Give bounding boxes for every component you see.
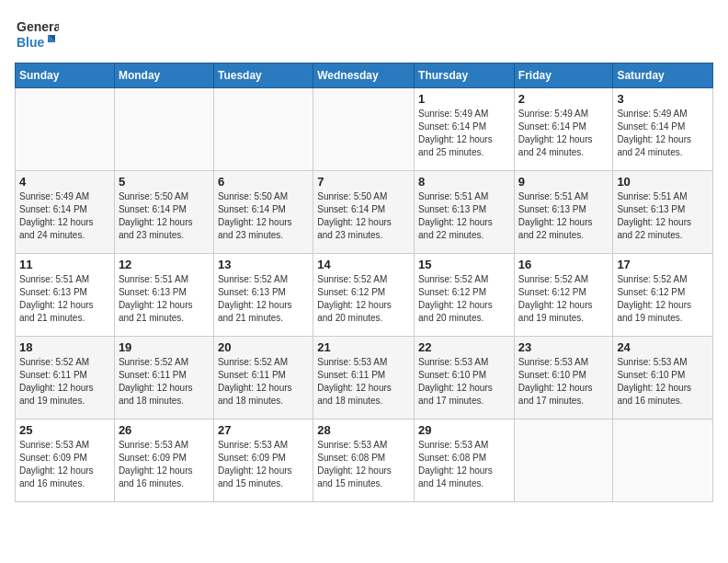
calendar-cell: 8Sunrise: 5:51 AM Sunset: 6:13 PM Daylig… — [415, 171, 515, 254]
day-info: Sunrise: 5:53 AM Sunset: 6:10 PM Dayligh… — [418, 356, 510, 408]
calendar-cell: 14Sunrise: 5:52 AM Sunset: 6:12 PM Dayli… — [313, 254, 415, 337]
day-number: 1 — [418, 92, 510, 106]
day-info: Sunrise: 5:52 AM Sunset: 6:12 PM Dayligh… — [317, 273, 410, 325]
svg-text:Blue: Blue — [17, 35, 45, 50]
day-number: 2 — [518, 92, 609, 106]
calendar-cell — [514, 419, 613, 502]
day-info: Sunrise: 5:51 AM Sunset: 6:13 PM Dayligh… — [19, 273, 110, 325]
weekday-header-sunday: Sunday — [16, 63, 115, 88]
calendar-cell: 25Sunrise: 5:53 AM Sunset: 6:09 PM Dayli… — [16, 419, 115, 502]
calendar-cell: 9Sunrise: 5:51 AM Sunset: 6:13 PM Daylig… — [514, 171, 613, 254]
calendar-cell: 11Sunrise: 5:51 AM Sunset: 6:13 PM Dayli… — [16, 254, 115, 337]
calendar-table: SundayMondayTuesdayWednesdayThursdayFrid… — [15, 63, 713, 502]
weekday-header-thursday: Thursday — [415, 63, 515, 88]
calendar-cell: 26Sunrise: 5:53 AM Sunset: 6:09 PM Dayli… — [114, 419, 213, 502]
calendar-cell: 2Sunrise: 5:49 AM Sunset: 6:14 PM Daylig… — [514, 88, 613, 171]
day-number: 23 — [518, 340, 609, 354]
day-info: Sunrise: 5:52 AM Sunset: 6:11 PM Dayligh… — [119, 356, 210, 408]
calendar-cell — [313, 88, 415, 171]
calendar-cell: 23Sunrise: 5:53 AM Sunset: 6:10 PM Dayli… — [514, 337, 613, 419]
day-info: Sunrise: 5:51 AM Sunset: 6:13 PM Dayligh… — [119, 273, 210, 325]
day-number: 15 — [418, 258, 510, 271]
day-number: 24 — [617, 340, 709, 354]
calendar-cell: 15Sunrise: 5:52 AM Sunset: 6:12 PM Dayli… — [415, 254, 515, 337]
page-header: GeneralBlue — [15, 15, 713, 55]
calendar-cell: 6Sunrise: 5:50 AM Sunset: 6:14 PM Daylig… — [213, 171, 313, 254]
day-info: Sunrise: 5:50 AM Sunset: 6:14 PM Dayligh… — [119, 190, 210, 242]
day-info: Sunrise: 5:53 AM Sunset: 6:09 PM Dayligh… — [119, 439, 210, 490]
day-info: Sunrise: 5:53 AM Sunset: 6:10 PM Dayligh… — [617, 356, 709, 408]
weekday-header-monday: Monday — [114, 63, 213, 88]
day-number: 13 — [218, 258, 309, 271]
day-number: 9 — [518, 175, 609, 189]
day-info: Sunrise: 5:50 AM Sunset: 6:14 PM Dayligh… — [218, 190, 309, 242]
day-number: 3 — [617, 92, 709, 106]
calendar-cell: 19Sunrise: 5:52 AM Sunset: 6:11 PM Dayli… — [114, 337, 213, 419]
day-info: Sunrise: 5:51 AM Sunset: 6:13 PM Dayligh… — [617, 190, 709, 242]
weekday-header-saturday: Saturday — [613, 63, 713, 88]
calendar-week-5: 25Sunrise: 5:53 AM Sunset: 6:09 PM Dayli… — [16, 419, 713, 502]
day-info: Sunrise: 5:52 AM Sunset: 6:11 PM Dayligh… — [218, 356, 309, 408]
day-info: Sunrise: 5:53 AM Sunset: 6:08 PM Dayligh… — [418, 439, 510, 490]
day-number: 10 — [617, 175, 709, 189]
day-number: 25 — [19, 423, 110, 437]
day-number: 17 — [617, 258, 709, 271]
day-number: 14 — [317, 258, 410, 271]
day-number: 22 — [418, 340, 510, 354]
calendar-cell: 12Sunrise: 5:51 AM Sunset: 6:13 PM Dayli… — [114, 254, 213, 337]
calendar-cell — [613, 419, 713, 502]
day-info: Sunrise: 5:52 AM Sunset: 6:12 PM Dayligh… — [418, 273, 510, 325]
day-number: 28 — [317, 423, 410, 437]
day-number: 12 — [119, 258, 210, 271]
calendar-cell: 28Sunrise: 5:53 AM Sunset: 6:08 PM Dayli… — [313, 419, 415, 502]
day-info: Sunrise: 5:52 AM Sunset: 6:13 PM Dayligh… — [218, 273, 309, 325]
day-number: 16 — [518, 258, 609, 271]
day-number: 7 — [317, 175, 410, 189]
calendar-cell: 21Sunrise: 5:53 AM Sunset: 6:11 PM Dayli… — [313, 337, 415, 419]
day-info: Sunrise: 5:49 AM Sunset: 6:14 PM Dayligh… — [19, 190, 110, 242]
calendar-cell: 3Sunrise: 5:49 AM Sunset: 6:14 PM Daylig… — [613, 88, 713, 171]
calendar-cell: 18Sunrise: 5:52 AM Sunset: 6:11 PM Dayli… — [16, 337, 115, 419]
calendar-week-1: 1Sunrise: 5:49 AM Sunset: 6:14 PM Daylig… — [16, 88, 713, 171]
calendar-week-4: 18Sunrise: 5:52 AM Sunset: 6:11 PM Dayli… — [16, 337, 713, 419]
calendar-cell: 13Sunrise: 5:52 AM Sunset: 6:13 PM Dayli… — [213, 254, 313, 337]
calendar-cell: 22Sunrise: 5:53 AM Sunset: 6:10 PM Dayli… — [415, 337, 515, 419]
calendar-week-3: 11Sunrise: 5:51 AM Sunset: 6:13 PM Dayli… — [16, 254, 713, 337]
day-info: Sunrise: 5:49 AM Sunset: 6:14 PM Dayligh… — [418, 108, 510, 159]
calendar-cell: 5Sunrise: 5:50 AM Sunset: 6:14 PM Daylig… — [114, 171, 213, 254]
weekday-header-friday: Friday — [514, 63, 613, 88]
day-number: 6 — [218, 175, 309, 189]
day-number: 29 — [418, 423, 510, 437]
day-info: Sunrise: 5:52 AM Sunset: 6:12 PM Dayligh… — [617, 273, 709, 325]
calendar-cell — [213, 88, 313, 171]
calendar-cell: 16Sunrise: 5:52 AM Sunset: 6:12 PM Dayli… — [514, 254, 613, 337]
weekday-header-row: SundayMondayTuesdayWednesdayThursdayFrid… — [16, 63, 713, 88]
day-number: 19 — [119, 340, 210, 354]
calendar-cell: 4Sunrise: 5:49 AM Sunset: 6:14 PM Daylig… — [16, 171, 115, 254]
weekday-header-wednesday: Wednesday — [313, 63, 415, 88]
calendar-week-2: 4Sunrise: 5:49 AM Sunset: 6:14 PM Daylig… — [16, 171, 713, 254]
day-number: 26 — [119, 423, 210, 437]
calendar-cell — [114, 88, 213, 171]
day-number: 18 — [19, 340, 110, 354]
day-info: Sunrise: 5:53 AM Sunset: 6:09 PM Dayligh… — [19, 439, 110, 490]
calendar-cell: 10Sunrise: 5:51 AM Sunset: 6:13 PM Dayli… — [613, 171, 713, 254]
day-info: Sunrise: 5:53 AM Sunset: 6:10 PM Dayligh… — [518, 356, 609, 408]
day-info: Sunrise: 5:53 AM Sunset: 6:08 PM Dayligh… — [317, 439, 410, 490]
day-info: Sunrise: 5:53 AM Sunset: 6:09 PM Dayligh… — [218, 439, 309, 490]
day-info: Sunrise: 5:53 AM Sunset: 6:11 PM Dayligh… — [317, 356, 410, 408]
calendar-cell: 20Sunrise: 5:52 AM Sunset: 6:11 PM Dayli… — [213, 337, 313, 419]
calendar-cell: 17Sunrise: 5:52 AM Sunset: 6:12 PM Dayli… — [613, 254, 713, 337]
day-info: Sunrise: 5:49 AM Sunset: 6:14 PM Dayligh… — [617, 108, 709, 159]
day-number: 5 — [119, 175, 210, 189]
day-number: 21 — [317, 340, 410, 354]
day-info: Sunrise: 5:50 AM Sunset: 6:14 PM Dayligh… — [317, 190, 410, 242]
day-info: Sunrise: 5:49 AM Sunset: 6:14 PM Dayligh… — [518, 108, 609, 159]
calendar-cell: 29Sunrise: 5:53 AM Sunset: 6:08 PM Dayli… — [415, 419, 515, 502]
day-info: Sunrise: 5:52 AM Sunset: 6:12 PM Dayligh… — [518, 273, 609, 325]
logo-svg: GeneralBlue — [15, 15, 59, 55]
calendar-cell: 27Sunrise: 5:53 AM Sunset: 6:09 PM Dayli… — [213, 419, 313, 502]
calendar-cell: 24Sunrise: 5:53 AM Sunset: 6:10 PM Dayli… — [613, 337, 713, 419]
calendar-cell: 7Sunrise: 5:50 AM Sunset: 6:14 PM Daylig… — [313, 171, 415, 254]
day-info: Sunrise: 5:51 AM Sunset: 6:13 PM Dayligh… — [418, 190, 510, 242]
